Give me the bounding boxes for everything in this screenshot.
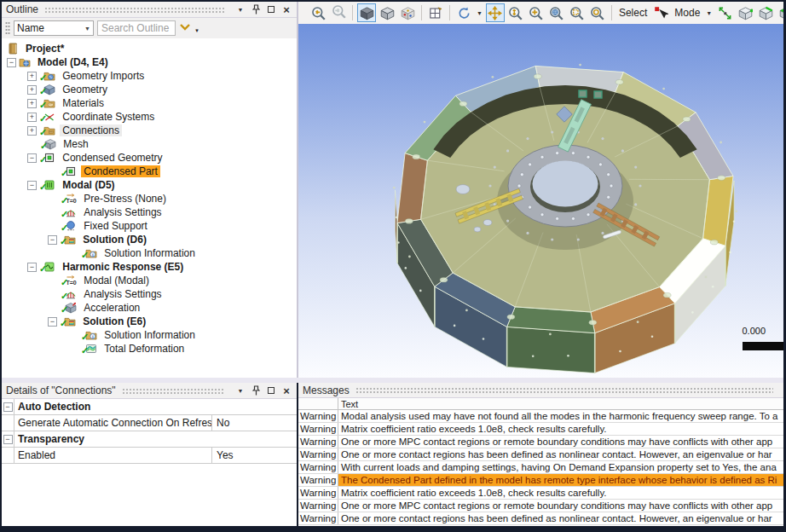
tree-item-condensed-part[interactable]: ✓Condensed Part	[2, 165, 297, 178]
zoom-icon[interactable]	[506, 3, 525, 22]
tree-item-total-deformation[interactable]: ✓Total Deformation	[2, 342, 297, 356]
zoom-undo-icon[interactable]	[309, 3, 327, 22]
rotate-icon[interactable]	[454, 3, 473, 22]
tree-item-coordinate-systems[interactable]: +✓Coordinate Systems	[2, 110, 297, 124]
collapse-icon[interactable]: −	[27, 153, 37, 163]
pin-icon[interactable]	[250, 3, 262, 15]
drag-handle[interactable]	[5, 21, 10, 35]
message-severity: Warning	[298, 448, 338, 460]
tree-item-condensed-geometry[interactable]: −✓Condensed Geometry	[2, 151, 297, 165]
message-severity: Warning	[298, 474, 338, 486]
tree-item-modal-modal[interactable]: ✓T=0Modal (Modal)	[2, 274, 297, 287]
filter-options-icon[interactable]: ▼	[194, 28, 199, 33]
message-row[interactable]: WarningMatrix coefficient ratio exceeds …	[298, 423, 783, 436]
zoom-in-icon[interactable]	[527, 3, 546, 22]
tree-item-geometry-imports[interactable]: +✓Geometry Imports	[2, 69, 297, 83]
chevron-down-icon[interactable]: ▼	[475, 10, 484, 16]
snap-select-icon[interactable]	[715, 3, 734, 22]
details-property-enabled[interactable]: EnabledYes	[2, 448, 297, 464]
tree-item-label: Mesh	[61, 138, 90, 150]
geometry-viewport[interactable]: 0.000	[298, 24, 783, 378]
zoom-magnify-icon[interactable]	[588, 3, 607, 22]
details-property-value[interactable]: No	[212, 415, 297, 431]
expand-icon[interactable]: +	[27, 72, 37, 81]
tree-item-solution-information[interactable]: ✓iSolution Information	[2, 246, 297, 260]
tree-item-solution-e6[interactable]: −✓Solution (E6)	[2, 315, 297, 328]
filter-field-dropdown[interactable]: Name ▼	[14, 20, 94, 36]
maximize-icon[interactable]	[265, 385, 277, 396]
collapse-icon[interactable]: −	[27, 263, 37, 272]
tree-item-fixed-support[interactable]: ✓Fixed Support	[2, 219, 297, 233]
viewports-icon[interactable]	[426, 3, 445, 22]
outline-filter-row: Name ▼ ▼	[2, 18, 297, 38]
shaded-exterior-icon[interactable]	[357, 3, 376, 22]
details-group-auto-detection[interactable]: −Auto Detection	[2, 399, 297, 415]
edge-select-icon[interactable]	[756, 3, 775, 22]
tree-item-analysis-settings[interactable]: ✓Analysis Settings	[2, 205, 297, 219]
message-row[interactable]: WarningThe Condensed Part defined in the…	[298, 474, 783, 487]
close-icon[interactable]: ×	[280, 3, 292, 15]
tree-item-modal-d5[interactable]: −✓Modal (D5)	[2, 178, 297, 192]
details-group-transparency[interactable]: −Transparency	[2, 431, 297, 448]
tree-item-mesh[interactable]: ✓Mesh	[2, 137, 297, 151]
collapse-icon[interactable]: −	[48, 235, 57, 245]
messages-title: Messages	[303, 385, 350, 396]
zoom-redo-icon[interactable]	[329, 3, 348, 22]
box-zoom-icon[interactable]	[568, 3, 587, 22]
details-property-value[interactable]: Yes	[212, 448, 297, 463]
collapse-icon[interactable]: −	[7, 58, 16, 67]
tree-item-solution-information[interactable]: ✓iSolution Information	[2, 328, 297, 342]
message-row[interactable]: WarningMatrix coefficient ratio exceeds …	[298, 487, 783, 500]
message-text: The Condensed Part defined in the model …	[338, 474, 783, 486]
wireframe-cube-icon[interactable]	[378, 3, 396, 22]
collapse-icon[interactable]: −	[3, 435, 13, 444]
tree-item-analysis-settings[interactable]: ✓Analysis Settings	[2, 287, 297, 301]
tree-item-acceleration[interactable]: ✓Acceleration	[2, 301, 297, 315]
collapse-icon[interactable]: −	[2, 431, 14, 447]
tree-item-label: Project*	[23, 43, 66, 55]
expand-icon[interactable]: +	[27, 126, 37, 136]
message-row[interactable]: WarningWith current loads and damping se…	[298, 461, 783, 474]
face-select-icon[interactable]	[777, 3, 783, 22]
details-group-label: Transparency	[14, 431, 297, 447]
random-colors-icon[interactable]	[398, 3, 417, 22]
details-property-generate-automatic-connection-on-refresh[interactable]: Generate Automatic Connection On Refresh…	[2, 415, 297, 431]
maximize-icon[interactable]	[265, 3, 277, 15]
search-input[interactable]	[97, 20, 176, 36]
message-row[interactable]: WarningOne or more contact regions has b…	[298, 512, 783, 525]
pan-icon[interactable]	[486, 3, 505, 22]
expand-icon[interactable]: +	[27, 99, 37, 108]
tree-item-project[interactable]: Project*	[2, 42, 297, 55]
tree-item-solution-d6[interactable]: −✓Solution (D6)	[2, 233, 297, 246]
collapse-icon[interactable]: −	[3, 402, 13, 412]
message-row[interactable]: WarningOne or more MPC contact regions o…	[298, 500, 783, 512]
message-row[interactable]: WarningOne or more MPC contact regions o…	[298, 436, 783, 448]
close-icon[interactable]: ×	[280, 385, 292, 396]
chevron-down-icon[interactable]: ▼	[704, 10, 714, 16]
collapse-icon[interactable]: −	[2, 399, 14, 414]
expand-icon[interactable]: +	[27, 85, 37, 95]
tree-item-materials[interactable]: +✓Materials	[2, 96, 297, 110]
vertex-select-icon[interactable]	[736, 3, 754, 22]
message-row[interactable]: WarningOne or more contact regions has b…	[298, 448, 783, 461]
tree-item-connections[interactable]: +✓Connections	[2, 124, 297, 137]
select-label[interactable]: Select	[616, 7, 650, 19]
tree-item-label: Geometry Imports	[60, 70, 147, 82]
window-menu-icon[interactable]: ▼	[234, 385, 246, 396]
mode-label[interactable]: Mode	[672, 7, 702, 19]
tree-item-harmonic-response-e5[interactable]: −✓Harmonic Response (E5)	[2, 260, 297, 274]
expand-search-icon[interactable]	[179, 22, 191, 34]
tree-item-geometry[interactable]: +✓Geometry	[2, 83, 297, 96]
tree-item-model-d4-e4[interactable]: −Model (D4, E4)	[2, 55, 297, 69]
expand-icon[interactable]: +	[27, 113, 37, 122]
collapse-icon[interactable]: −	[48, 317, 57, 327]
message-row[interactable]: WarningModal analysis used may have not …	[298, 410, 783, 423]
tree-item-label: Modal (Modal)	[81, 275, 152, 286]
text-column-header: Text	[338, 398, 783, 409]
select-cursor-icon[interactable]	[651, 3, 670, 22]
collapse-icon[interactable]: −	[27, 181, 37, 190]
window-menu-icon[interactable]: ▼	[234, 3, 246, 15]
pin-icon[interactable]	[250, 385, 262, 396]
tree-item-pre-stress-none[interactable]: ✓T=0Pre-Stress (None)	[2, 192, 297, 205]
zoom-fit-icon[interactable]	[547, 3, 566, 22]
